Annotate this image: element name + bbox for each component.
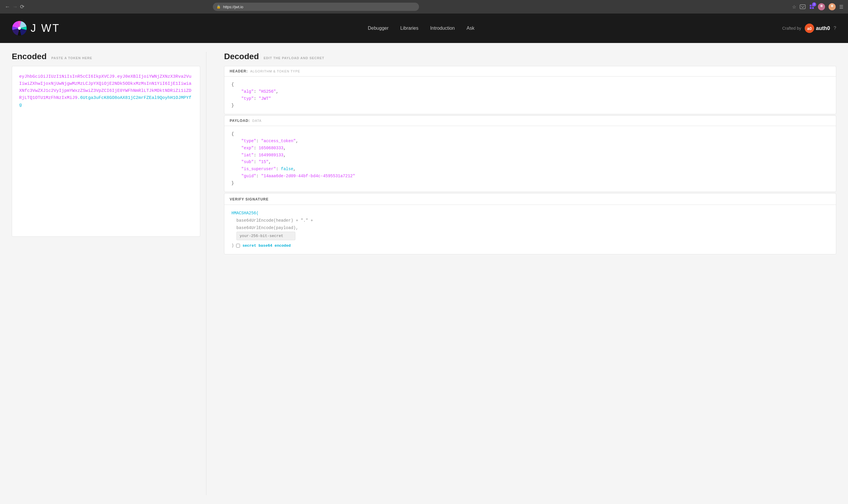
encoded-header: Encoded PASTE A TOKEN HERE [12, 52, 200, 61]
checkbox-row: ) secret base64 encoded [231, 242, 829, 249]
decoded-panel: Decoded EDIT THE PAYLOAD AND SECRET HEAD… [224, 52, 836, 495]
verify-line2: base64UrlEncode(payload), [236, 226, 298, 230]
payload-section-header: PAYLOAD: DATA [224, 116, 836, 126]
verify-close-paren: ) [231, 242, 234, 249]
payload-label: PAYLOAD: [230, 119, 250, 123]
decoded-subtitle: EDIT THE PAYLOAD AND SECRET [264, 56, 324, 60]
extensions-icon[interactable]: 7 [809, 4, 814, 10]
header-right: Crafted by a0 auth0 ? [782, 23, 836, 33]
url-text: https://jwt.io [223, 5, 243, 9]
svg-rect-3 [810, 7, 811, 9]
encoded-panel: Encoded PASTE A TOKEN HERE eyJhbGciOiJIU… [12, 52, 200, 495]
address-bar[interactable]: 🔒 https://jwt.io [213, 3, 419, 11]
base64-checkbox-label: secret base64 encoded [242, 242, 291, 249]
svg-rect-4 [812, 7, 814, 9]
header-sublabel: ALGORITHM & TOKEN TYPE [250, 70, 300, 73]
auth0-logo[interactable]: a0 auth0 [805, 23, 830, 33]
bookmark-icon[interactable]: ☆ [792, 4, 796, 10]
svg-point-9 [18, 27, 21, 30]
payload-section-body[interactable]: { "type": "access_token", "exp": 1650680… [224, 126, 836, 191]
encoded-subtitle: PASTE A TOKEN HERE [51, 56, 92, 60]
verify-section-body: HMACSHA256( base64UrlEncode(header) + ".… [224, 205, 836, 254]
verify-section: VERIFY SIGNATURE HMACSHA256( base64UrlEn… [224, 193, 836, 255]
verify-line1: base64UrlEncode(header) + "." + [236, 218, 313, 223]
secret-input[interactable] [236, 232, 295, 240]
back-button[interactable]: ← [5, 4, 10, 10]
logo-text: J WT [31, 22, 60, 34]
avatar-1[interactable] [818, 3, 825, 10]
nav-debugger[interactable]: Debugger [368, 25, 389, 31]
token-dot-cyan: . [77, 95, 80, 101]
verify-func-name: HMACSHA256( [231, 211, 258, 216]
header-section-header: HEADER: ALGORITHM & TOKEN TYPE [224, 66, 836, 76]
payload-section: PAYLOAD: DATA { "type": "access_token", … [224, 115, 836, 192]
pocket-icon[interactable] [800, 4, 806, 9]
encoded-title: Encoded [12, 52, 47, 61]
main-nav: Debugger Libraries Introduction Ask [368, 25, 474, 31]
base64-checkbox[interactable] [236, 244, 240, 248]
header-label: HEADER: [230, 69, 248, 73]
verify-section-header: VERIFY SIGNATURE [224, 194, 836, 205]
avatar-2[interactable] [829, 3, 836, 10]
crafted-by-text: Crafted by [782, 26, 801, 31]
menu-icon[interactable]: ☰ [839, 4, 843, 10]
browser-nav-buttons: ← → ⟳ [5, 4, 24, 10]
svg-rect-1 [810, 5, 811, 6]
verify-label: VERIFY SIGNATURE [230, 197, 269, 201]
header-section-body[interactable]: { "alg": "HS256", "typ": "JWT" } [224, 76, 836, 114]
reload-button[interactable]: ⟳ [20, 4, 24, 10]
browser-chrome: ← → ⟳ 🔒 https://jwt.io ☆ 7 ☰ [0, 0, 848, 14]
nav-ask[interactable]: Ask [467, 25, 475, 31]
decoded-title: Decoded [224, 52, 259, 61]
help-icon[interactable]: ? [834, 25, 836, 31]
panel-divider [206, 52, 206, 495]
svg-point-8 [831, 5, 833, 7]
svg-point-6 [820, 5, 823, 7]
svg-text:a0: a0 [807, 26, 812, 31]
browser-actions: ☆ 7 ☰ [792, 3, 843, 10]
payload-sublabel: DATA [252, 119, 262, 123]
auth0-icon: a0 [805, 23, 814, 33]
header-section: HEADER: ALGORITHM & TOKEN TYPE { "alg": … [224, 66, 836, 114]
forward-button[interactable]: → [12, 4, 18, 10]
token-input-area[interactable]: eyJhbGciOiJIUzI1NiIsInR5cCI6IkpXVCJ9.eyJ… [12, 66, 200, 237]
jwt-logo-icon [12, 21, 27, 36]
decoded-header: Decoded EDIT THE PAYLOAD AND SECRET [224, 52, 836, 61]
nav-introduction[interactable]: Introduction [430, 25, 455, 31]
logo-area[interactable]: J WT [12, 21, 60, 36]
main-content: Encoded PASTE A TOKEN HERE eyJhbGciOiJIU… [0, 43, 848, 504]
extensions-badge: 7 [812, 2, 816, 6]
app-header: J WT Debugger Libraries Introduction Ask… [0, 14, 848, 43]
lock-icon: 🔒 [216, 5, 221, 9]
svg-rect-0 [800, 5, 805, 9]
nav-libraries[interactable]: Libraries [400, 25, 418, 31]
auth0-text: auth0 [816, 25, 830, 32]
